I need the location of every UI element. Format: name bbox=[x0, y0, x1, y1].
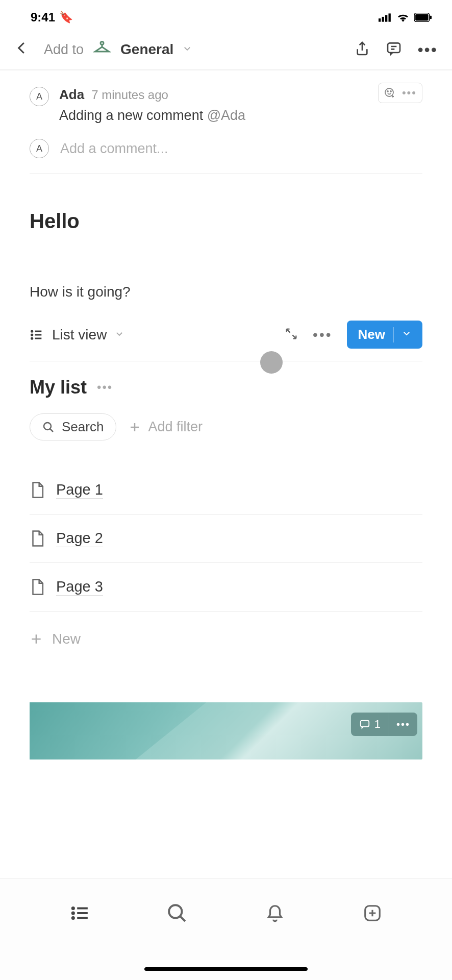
chevron-down-icon[interactable] bbox=[402, 329, 411, 340]
svg-rect-0 bbox=[379, 18, 381, 21]
breadcrumb-general[interactable]: General bbox=[120, 41, 173, 58]
list-view-label: List view bbox=[52, 327, 107, 343]
mention[interactable]: @Ada bbox=[207, 108, 245, 123]
comment-icon[interactable] bbox=[386, 40, 402, 59]
svg-point-19 bbox=[72, 917, 74, 918]
comment-placeholder: Add a comment... bbox=[60, 141, 168, 157]
page-subtext[interactable]: How is it going? bbox=[30, 284, 422, 300]
page-icon bbox=[30, 530, 45, 547]
new-button-label: New bbox=[358, 327, 385, 342]
add-filter-label: Add filter bbox=[148, 419, 203, 435]
status-indicators bbox=[379, 13, 432, 22]
add-filter-button[interactable]: Add filter bbox=[129, 419, 203, 435]
list-icon bbox=[30, 328, 44, 342]
comment-timestamp: 7 minutes ago bbox=[91, 88, 168, 102]
svg-rect-16 bbox=[360, 721, 369, 727]
svg-rect-6 bbox=[430, 16, 432, 19]
comment-more-icon[interactable]: ••• bbox=[402, 86, 417, 100]
chevron-down-icon[interactable] bbox=[183, 44, 192, 56]
search-label: Search bbox=[62, 419, 104, 435]
bottom-nav bbox=[0, 878, 452, 980]
avatar: A bbox=[30, 139, 49, 158]
plus-icon bbox=[30, 632, 43, 646]
share-icon[interactable] bbox=[354, 40, 370, 59]
battery-icon bbox=[414, 13, 432, 22]
expand-icon[interactable] bbox=[284, 327, 298, 343]
signal-icon bbox=[379, 13, 392, 22]
search-icon[interactable] bbox=[167, 903, 187, 925]
svg-rect-2 bbox=[385, 15, 387, 22]
bookmark-icon: 🔖 bbox=[59, 11, 73, 24]
page-icon bbox=[30, 578, 45, 596]
more-icon[interactable]: ••• bbox=[417, 40, 438, 59]
list-item[interactable]: Page 2 bbox=[30, 514, 422, 563]
list-items: Page 1 Page 2 Page 3 bbox=[30, 466, 422, 611]
svg-rect-8 bbox=[388, 43, 400, 53]
add-to-label[interactable]: Add to bbox=[44, 42, 84, 58]
svg-rect-3 bbox=[389, 13, 391, 21]
plus-icon bbox=[129, 421, 141, 433]
comment-block: A Ada 7 minutes ago Adding a new comment… bbox=[30, 70, 422, 124]
svg-point-9 bbox=[385, 88, 393, 96]
list-item[interactable]: Page 1 bbox=[30, 466, 422, 514]
image-comment-button[interactable]: 1 bbox=[351, 713, 389, 736]
image-comment-count: 1 bbox=[374, 718, 381, 731]
new-button[interactable]: New bbox=[347, 321, 422, 349]
new-item-label: New bbox=[52, 631, 81, 647]
back-icon[interactable] bbox=[14, 39, 30, 60]
comment-author: Ada bbox=[59, 87, 84, 103]
menu-icon[interactable] bbox=[70, 903, 89, 925]
status-time: 9:41 bbox=[31, 10, 55, 24]
comment-text: Adding a new comment @Ada bbox=[59, 108, 422, 124]
chevron-down-icon bbox=[115, 328, 124, 341]
add-comment-input[interactable]: A Add a comment... bbox=[30, 124, 422, 174]
list-toolbar: List view ••• New bbox=[30, 321, 422, 361]
list-title[interactable]: My list bbox=[30, 377, 87, 398]
toolbar-more-icon[interactable]: ••• bbox=[313, 327, 332, 343]
wifi-icon bbox=[397, 13, 409, 22]
avatar[interactable]: A bbox=[30, 87, 49, 106]
bell-icon[interactable] bbox=[265, 903, 285, 925]
svg-rect-1 bbox=[382, 17, 384, 22]
list-more-icon[interactable]: ••• bbox=[97, 380, 113, 395]
svg-point-12 bbox=[32, 330, 33, 331]
touch-indicator bbox=[260, 351, 283, 374]
svg-point-20 bbox=[169, 905, 182, 918]
image-block[interactable]: 1 ••• bbox=[30, 702, 422, 760]
home-indicator[interactable] bbox=[144, 967, 308, 971]
list-view-toggle[interactable]: List view bbox=[30, 327, 124, 343]
svg-point-13 bbox=[32, 334, 33, 335]
status-bar: 9:41 🔖 bbox=[0, 0, 452, 30]
svg-point-14 bbox=[32, 337, 33, 338]
list-item[interactable]: Page 3 bbox=[30, 563, 422, 611]
page-icon bbox=[30, 481, 45, 499]
svg-point-10 bbox=[387, 91, 388, 92]
svg-rect-5 bbox=[415, 14, 429, 21]
list-item-label: Page 3 bbox=[56, 578, 103, 596]
svg-point-17 bbox=[72, 907, 74, 909]
image-more-icon[interactable]: ••• bbox=[389, 713, 417, 736]
comment-actions[interactable]: ••• bbox=[378, 83, 422, 103]
list-item-label: Page 2 bbox=[56, 530, 103, 547]
page-header: Add to General ••• bbox=[0, 30, 452, 70]
add-icon[interactable] bbox=[363, 903, 382, 925]
new-item-button[interactable]: New bbox=[30, 617, 422, 662]
emoji-add-icon[interactable] bbox=[384, 87, 396, 99]
svg-point-15 bbox=[44, 423, 51, 430]
svg-point-18 bbox=[72, 912, 74, 914]
search-icon bbox=[42, 421, 55, 433]
svg-point-7 bbox=[101, 42, 104, 45]
image-actions: 1 ••• bbox=[351, 713, 417, 736]
comment-icon bbox=[359, 719, 370, 730]
page-title[interactable]: Hello bbox=[30, 210, 422, 233]
divider bbox=[30, 174, 422, 174]
hanger-icon[interactable] bbox=[93, 39, 111, 60]
search-button[interactable]: Search bbox=[30, 413, 116, 440]
list-item-label: Page 1 bbox=[56, 481, 103, 499]
svg-point-11 bbox=[390, 91, 391, 92]
